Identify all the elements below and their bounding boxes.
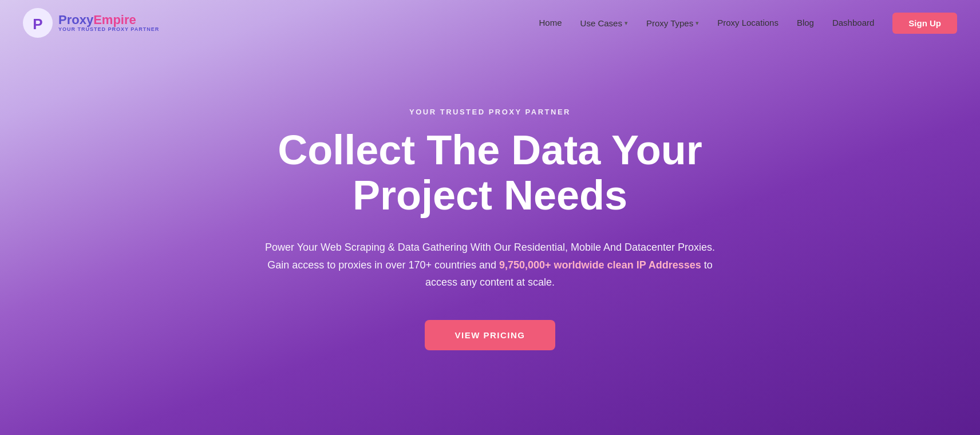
logo-empire-text: Empire xyxy=(93,13,136,27)
signup-button-wrapper[interactable]: Sign Up xyxy=(892,13,957,34)
hero-highlight: 9,750,000+ worldwide clean IP Addresses xyxy=(499,259,701,271)
logo-proxy-text: Proxy xyxy=(58,13,93,27)
hero-title: Collect The Data Your Project Needs xyxy=(232,128,748,218)
nav-item-proxy-types[interactable]: Proxy Types ▾ xyxy=(646,18,699,28)
nav-item-use-cases[interactable]: Use Cases ▾ xyxy=(580,18,628,28)
nav-link-proxy-types[interactable]: Proxy Types ▾ xyxy=(646,18,699,28)
signup-button[interactable]: Sign Up xyxy=(892,13,957,34)
logo-icon: P xyxy=(23,8,53,38)
nav-link-blog[interactable]: Blog xyxy=(797,18,814,27)
chevron-down-icon: ▾ xyxy=(625,19,628,27)
chevron-down-icon: ▾ xyxy=(696,19,699,27)
hero-description: Power Your Web Scraping & Data Gathering… xyxy=(255,239,725,291)
svg-text:P: P xyxy=(33,15,42,33)
logo-text: ProxyEmpire YOUR TRUSTED PROXY PARTNER xyxy=(58,13,159,33)
logo-brand: ProxyEmpire xyxy=(58,13,159,27)
nav-link-dashboard[interactable]: Dashboard xyxy=(832,18,874,27)
nav-link-proxy-locations[interactable]: Proxy Locations xyxy=(717,18,779,27)
nav-link-home[interactable]: Home xyxy=(539,18,562,27)
nav-link-use-cases[interactable]: Use Cases ▾ xyxy=(580,18,628,28)
nav-item-proxy-locations[interactable]: Proxy Locations xyxy=(717,18,779,28)
hero-eyebrow: YOUR TRUSTED PROXY PARTNER xyxy=(409,108,571,116)
navbar: P ProxyEmpire YOUR TRUSTED PROXY PARTNER… xyxy=(0,0,980,46)
nav-links: Home Use Cases ▾ Proxy Types ▾ Proxy Loc… xyxy=(539,13,957,34)
logo[interactable]: P ProxyEmpire YOUR TRUSTED PROXY PARTNER xyxy=(23,8,159,38)
nav-item-blog[interactable]: Blog xyxy=(797,18,814,28)
logo-tagline: YOUR TRUSTED PROXY PARTNER xyxy=(58,27,159,33)
nav-item-home[interactable]: Home xyxy=(539,18,562,28)
hero-section: YOUR TRUSTED PROXY PARTNER Collect The D… xyxy=(0,0,980,435)
nav-item-dashboard[interactable]: Dashboard xyxy=(832,18,874,28)
view-pricing-button[interactable]: VIEW PRICING xyxy=(425,320,555,350)
